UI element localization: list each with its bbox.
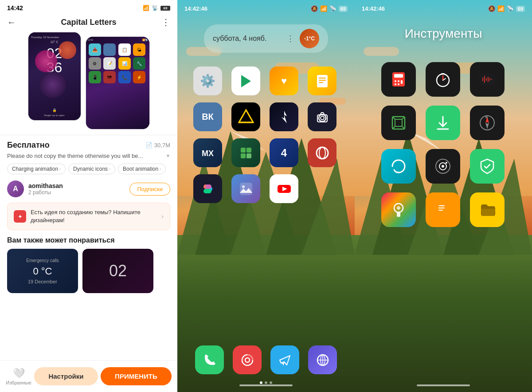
author-left: A aomithasan 2 работы <box>7 180 63 197</box>
p2-status: 14:42 📶📡 <box>88 39 148 41</box>
app-files[interactable] <box>470 192 505 227</box>
favorites-button[interactable]: 🤍 Избранные <box>6 368 31 385</box>
weather-widget[interactable]: суббота, 4 нояб. ⋮ -1°C <box>204 24 328 53</box>
lockscreen-preview: Thursday, 02 November 12° C 02 36 🔒 Swip… <box>28 32 81 121</box>
signal-icon: 📶 <box>143 5 149 11</box>
p1-lock: 🔒 <box>52 108 57 112</box>
status-time: 14:42 <box>7 4 23 12</box>
tag-charging[interactable]: Charging animation › <box>7 164 66 174</box>
app-timer[interactable] <box>426 62 460 97</box>
app-screenshot[interactable] <box>381 106 416 140</box>
svg-point-76 <box>397 206 400 210</box>
app-grid: ⚙️ ♥ ВК MX 4 <box>193 67 339 203</box>
right-wifi-icon: 📡 <box>507 5 514 12</box>
svg-rect-24 <box>240 183 252 195</box>
preview-row: Thursday, 02 November 12° C 02 36 🔒 Swip… <box>0 32 177 135</box>
p1-swipe: Swipe up to open <box>44 114 64 117</box>
back-button[interactable]: ← <box>7 17 16 27</box>
svg-text:N: N <box>485 116 488 119</box>
app-youtube[interactable] <box>270 174 298 203</box>
svg-rect-19 <box>241 153 246 158</box>
rec-card-1[interactable]: Emergency calls 0 °C 19 December <box>7 249 78 293</box>
app-notes[interactable] <box>308 67 336 95</box>
svg-rect-20 <box>246 153 251 158</box>
author-info: aomithasan 2 работы <box>28 182 63 196</box>
subscribe-button[interactable]: Подписки <box>129 183 170 196</box>
idea-banner[interactable]: ✦ Есть идея по созданию темы? Напишите д… <box>7 203 170 230</box>
svg-point-21 <box>317 147 328 159</box>
right-signal-icon: 📶 <box>497 5 505 12</box>
app-camera[interactable] <box>308 102 336 131</box>
dock-browser[interactable] <box>308 345 337 374</box>
app-settings[interactable]: ⚙️ <box>193 67 222 95</box>
svg-rect-45 <box>401 80 403 84</box>
mini-app: 📊 <box>118 57 131 70</box>
app-vk[interactable]: ВК <box>193 102 222 131</box>
right-bell-icon: 🔕 <box>488 5 495 12</box>
dock-music[interactable] <box>233 345 262 374</box>
dock-telegram[interactable] <box>270 345 299 374</box>
app-mix[interactable]: MX <box>193 138 222 167</box>
tag-dynamic[interactable]: Dynamic icons › <box>68 164 115 174</box>
svg-point-72 <box>442 165 444 168</box>
file-icon: 📄 <box>145 142 153 149</box>
author-row: A aomithasan 2 работы Подписки <box>7 180 170 197</box>
app-compass[interactable]: N <box>470 106 505 140</box>
svg-rect-42 <box>394 74 403 78</box>
mini-app: 📱 <box>89 71 101 83</box>
mini-app: 🔧 <box>133 57 145 70</box>
svg-marker-11 <box>239 110 253 122</box>
more-menu-button[interactable]: ⋮ <box>161 17 170 27</box>
app-colorpick[interactable] <box>381 192 416 227</box>
weather-more-button[interactable]: ⋮ <box>286 34 294 43</box>
svg-rect-60 <box>395 119 402 126</box>
expand-arrow[interactable]: ▼ <box>166 153 170 158</box>
app-spark[interactable] <box>270 102 298 131</box>
tag-arrow: › <box>109 167 110 171</box>
rec-temp: 0 °C <box>33 266 52 277</box>
author-avatar[interactable]: A <box>7 180 24 197</box>
settings-button[interactable]: Настройки <box>34 367 98 385</box>
svg-point-14 <box>321 116 324 120</box>
rec-card-2[interactable]: 02 <box>82 249 153 293</box>
author-works: 2 работы <box>28 189 63 196</box>
author-name[interactable]: aomithasan <box>28 182 63 189</box>
svg-rect-77 <box>437 203 446 215</box>
svg-point-43 <box>395 80 396 82</box>
app-opera[interactable] <box>308 138 336 167</box>
file-size: 📄 30,7M <box>145 142 170 149</box>
svg-point-25 <box>242 185 245 188</box>
app-shield[interactable] <box>470 149 505 184</box>
tag-boot[interactable]: Boot animation › <box>118 164 166 174</box>
apply-button[interactable]: ПРИМЕНИТЬ <box>101 367 172 385</box>
app-loop[interactable] <box>381 149 416 184</box>
dock-phone[interactable] <box>195 345 224 374</box>
svg-point-47 <box>398 83 399 85</box>
app-figma[interactable] <box>193 174 222 203</box>
homescreen-preview: 14:42 📶📡 📥 📋 🌤 ⚙ 📝 📊 🔧 📱 🗺 📞 ⚡ <box>86 36 150 129</box>
mid-time: 14:42:46 <box>184 5 207 12</box>
app-calculator[interactable] <box>381 62 416 97</box>
app-numbers[interactable] <box>231 138 260 167</box>
app-camera2[interactable] <box>426 149 460 184</box>
idea-icon: ✦ <box>14 210 26 223</box>
svg-rect-79 <box>438 208 445 208</box>
mid-bell-icon: 🔕 <box>311 5 318 12</box>
app-downloader[interactable] <box>426 106 460 140</box>
mid-wifi-icon: 📡 <box>329 5 336 12</box>
app-gallery[interactable] <box>231 174 260 203</box>
app-kiwi[interactable] <box>231 102 260 131</box>
page-title: Capital Letters <box>61 18 116 27</box>
header: ← Capital Letters ⋮ <box>0 14 177 32</box>
app-pages[interactable] <box>426 192 460 227</box>
svg-point-13 <box>319 114 326 122</box>
tags-row: Charging animation › Dynamic icons › Boo… <box>7 164 170 174</box>
app-play-store[interactable] <box>231 67 260 95</box>
app-sound-recorder[interactable] <box>470 62 505 97</box>
heart-icon: 🤍 <box>13 368 25 379</box>
price-label: Бесплатно <box>7 141 50 150</box>
app-mi[interactable]: ♥ <box>270 67 298 95</box>
svg-text:MX: MX <box>202 149 214 158</box>
app-ch4[interactable]: 4 <box>270 138 298 167</box>
description: Please do not copy the theme otherwise y… <box>7 153 170 159</box>
